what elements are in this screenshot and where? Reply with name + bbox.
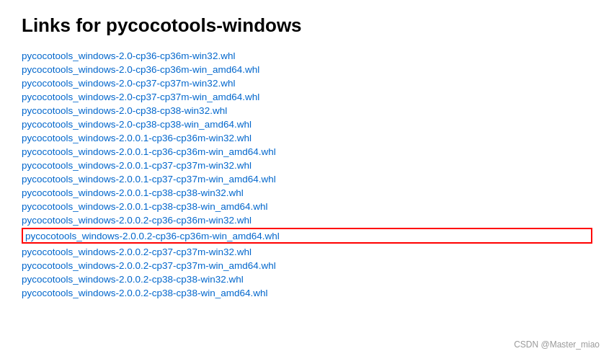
link-5-anchor[interactable]: pycocotools_windows-2.0-cp38-cp38-win32.… [22, 105, 227, 116]
link-12: pycocotools_windows-2.0.0.1-cp38-cp38-wi… [22, 200, 592, 212]
link-1: pycocotools_windows-2.0-cp36-cp36m-win32… [22, 50, 592, 61]
link-15: pycocotools_windows-2.0.0.2-cp37-cp37m-w… [22, 246, 592, 257]
link-6-anchor[interactable]: pycocotools_windows-2.0-cp38-cp38-win_am… [22, 119, 252, 130]
link-12-anchor[interactable]: pycocotools_windows-2.0.0.1-cp38-cp38-wi… [22, 201, 267, 212]
link-17: pycocotools_windows-2.0.0.2-cp38-cp38-wi… [22, 273, 592, 285]
link-7: pycocotools_windows-2.0.0.1-cp36-cp36m-w… [22, 132, 592, 143]
link-13: pycocotools_windows-2.0.0.2-cp36-cp36m-w… [22, 214, 592, 226]
link-14-anchor[interactable]: pycocotools_windows-2.0.0.2-cp36-cp36m-w… [25, 231, 280, 241]
watermark: CSDN @Master_miao [514, 339, 600, 350]
link-18-anchor[interactable]: pycocotools_windows-2.0.0.2-cp38-cp38-wi… [22, 288, 267, 298]
link-10: pycocotools_windows-2.0.0.1-cp37-cp37m-w… [22, 173, 592, 185]
link-2-anchor[interactable]: pycocotools_windows-2.0-cp36-cp36m-win_a… [22, 64, 259, 75]
link-9: pycocotools_windows-2.0.0.1-cp37-cp37m-w… [22, 159, 592, 171]
link-3: pycocotools_windows-2.0-cp37-cp37m-win32… [22, 77, 592, 89]
link-2: pycocotools_windows-2.0-cp36-cp36m-win_a… [22, 63, 592, 75]
link-6: pycocotools_windows-2.0-cp38-cp38-win_am… [22, 118, 592, 130]
link-3-anchor[interactable]: pycocotools_windows-2.0-cp37-cp37m-win32… [22, 78, 235, 89]
link-17-anchor[interactable]: pycocotools_windows-2.0.0.2-cp38-cp38-wi… [22, 274, 244, 285]
link-4-anchor[interactable]: pycocotools_windows-2.0-cp37-cp37m-win_a… [22, 92, 259, 102]
link-11-anchor[interactable]: pycocotools_windows-2.0.0.1-cp38-cp38-wi… [22, 187, 244, 198]
link-14: pycocotools_windows-2.0.0.2-cp36-cp36m-w… [22, 228, 592, 244]
link-5: pycocotools_windows-2.0-cp38-cp38-win32.… [22, 105, 592, 116]
link-7-anchor[interactable]: pycocotools_windows-2.0.0.1-cp36-cp36m-w… [22, 133, 252, 143]
link-8-anchor[interactable]: pycocotools_windows-2.0.0.1-cp36-cp36m-w… [22, 146, 276, 157]
link-13-anchor[interactable]: pycocotools_windows-2.0.0.2-cp36-cp36m-w… [22, 215, 252, 226]
link-16-anchor[interactable]: pycocotools_windows-2.0.0.2-cp37-cp37m-w… [22, 260, 276, 271]
link-15-anchor[interactable]: pycocotools_windows-2.0.0.2-cp37-cp37m-w… [22, 247, 252, 257]
link-9-anchor[interactable]: pycocotools_windows-2.0.0.1-cp37-cp37m-w… [22, 160, 252, 171]
links-list: pycocotools_windows-2.0-cp36-cp36m-win32… [22, 50, 592, 298]
page-title: Links for pycocotools-windows [22, 14, 592, 37]
link-10-anchor[interactable]: pycocotools_windows-2.0.0.1-cp37-cp37m-w… [22, 174, 276, 185]
link-18: pycocotools_windows-2.0.0.2-cp38-cp38-wi… [22, 287, 592, 298]
link-8: pycocotools_windows-2.0.0.1-cp36-cp36m-w… [22, 146, 592, 157]
link-4: pycocotools_windows-2.0-cp37-cp37m-win_a… [22, 91, 592, 102]
link-1-anchor[interactable]: pycocotools_windows-2.0-cp36-cp36m-win32… [22, 50, 235, 61]
link-11: pycocotools_windows-2.0.0.1-cp38-cp38-wi… [22, 187, 592, 198]
link-16: pycocotools_windows-2.0.0.2-cp37-cp37m-w… [22, 259, 592, 271]
